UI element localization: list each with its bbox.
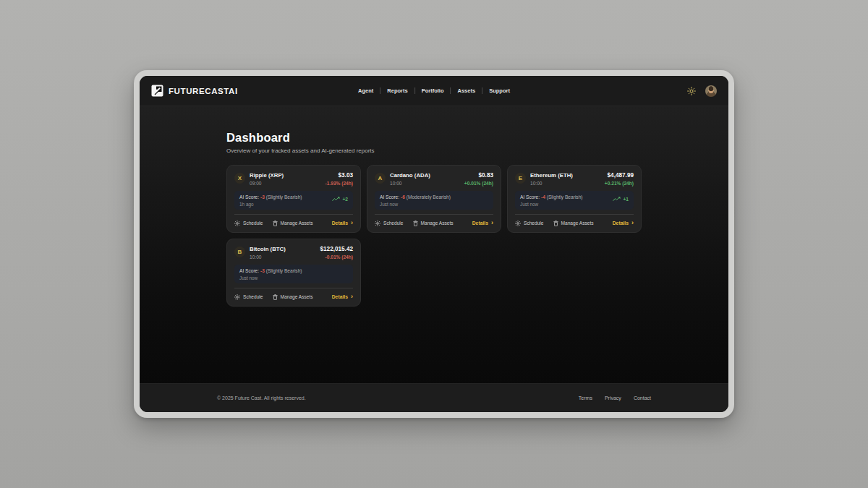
asset-time: 09:00 — [250, 181, 284, 186]
device-frame: FUTURECASTAI Agent Reports Portfolio Ass… — [134, 70, 734, 418]
asset-time: 10:00 — [530, 181, 573, 186]
asset-card-cardano[interactable]: A Cardano (ADA) 10:00 $0.83 +0.01% (24h) — [367, 165, 501, 233]
asset-card-bitcoin[interactable]: B Bitcoin (BTC) 10:00 $122,015.42 -0.01%… — [226, 239, 361, 307]
page-subtitle: Overview of your tracked assets and AI-g… — [226, 147, 642, 154]
details-button[interactable]: Details › — [472, 220, 493, 226]
card-header: X Ripple (XRP) 09:00 $3.03 -1.93% (24h) — [234, 172, 353, 186]
manage-assets-button[interactable]: Manage Assets — [273, 294, 313, 300]
nav-item-support[interactable]: Support — [489, 87, 510, 94]
ai-score-timestamp: Just now — [520, 202, 583, 207]
ai-score-prefix: AI Score: — [380, 194, 399, 200]
ai-score-label: (Slightly Bearish) — [266, 268, 302, 273]
asset-price: $3.03 — [326, 172, 353, 179]
card-header: B Bitcoin (BTC) 10:00 $122,015.42 -0.01%… — [234, 246, 353, 260]
manage-assets-label: Manage Assets — [281, 294, 313, 299]
main-content: Dashboard Overview of your tracked asset… — [140, 106, 728, 383]
chevron-right-icon: › — [351, 220, 353, 226]
chevron-right-icon: › — [351, 294, 353, 300]
asset-change: -0.01% (24h) — [320, 254, 353, 260]
asset-change: +0.01% (24h) — [464, 181, 493, 186]
gear-icon — [234, 294, 240, 300]
chevron-right-icon: › — [491, 220, 493, 226]
schedule-button[interactable]: Schedule — [234, 221, 263, 226]
ai-score-timestamp: Just now — [239, 275, 302, 281]
coin-icon: A — [375, 173, 386, 184]
nav-item-agent[interactable]: Agent — [358, 87, 373, 94]
top-navbar: FUTURECASTAI Agent Reports Portfolio Ass… — [140, 76, 728, 106]
trash-icon — [553, 221, 558, 226]
ai-score-timestamp: Just now — [380, 202, 451, 207]
coin-icon: B — [234, 247, 245, 257]
ai-score-panel: AI Score: -4 (Slightly Bearish) Just now — [515, 191, 634, 210]
trash-icon — [273, 294, 278, 300]
footer-link-privacy[interactable]: Privacy — [605, 395, 621, 401]
asset-price: $0.83 — [464, 172, 493, 179]
asset-name: Bitcoin (BTC) — [250, 246, 286, 253]
theme-toggle-sun-icon[interactable] — [687, 87, 696, 95]
ai-score-value: -3 — [260, 194, 265, 200]
trending-up-icon — [332, 197, 340, 202]
schedule-label: Schedule — [383, 221, 404, 226]
ai-score-value: -4 — [541, 194, 545, 200]
asset-change: -1.93% (24h) — [326, 181, 353, 186]
gear-icon — [515, 221, 521, 226]
footer-link-contact[interactable]: Contact — [634, 395, 651, 401]
schedule-button[interactable]: Schedule — [515, 221, 544, 226]
manage-assets-button[interactable]: Manage Assets — [273, 221, 313, 226]
nav-item-portfolio[interactable]: Portfolio — [422, 87, 444, 94]
schedule-label: Schedule — [243, 294, 263, 299]
ai-score-panel: AI Score: -6 (Moderately Bearish) Just n… — [375, 191, 493, 210]
card-header: A Cardano (ADA) 10:00 $0.83 +0.01% (24h) — [375, 172, 493, 186]
manage-assets-label: Manage Assets — [421, 221, 454, 226]
ai-score-timestamp: 1h ago — [239, 202, 302, 207]
schedule-button[interactable]: Schedule — [234, 294, 263, 300]
ai-score-prefix: AI Score: — [520, 194, 540, 200]
brand-name: FUTURECASTAI — [169, 87, 238, 95]
details-label: Details — [613, 221, 629, 226]
card-actions: Schedule Manage Assets — [234, 288, 353, 300]
coin-icon: E — [515, 173, 526, 184]
trending-up-icon — [613, 197, 621, 202]
details-label: Details — [332, 294, 348, 299]
asset-price: $4,487.99 — [605, 172, 634, 179]
gear-icon — [234, 221, 240, 226]
ai-score-label: (Slightly Bearish) — [547, 194, 583, 200]
nav-divider — [380, 87, 380, 94]
asset-name: Ethereum (ETH) — [530, 172, 573, 179]
ai-score-panel: AI Score: -3 (Slightly Bearish) Just now — [234, 265, 353, 283]
asset-card-ethereum[interactable]: E Ethereum (ETH) 10:00 $4,487.99 +0.21% … — [507, 165, 642, 233]
ai-score-label: (Moderately Bearish) — [407, 194, 451, 200]
ai-score-value: -6 — [401, 194, 405, 200]
chevron-right-icon: › — [631, 220, 634, 226]
nav-item-reports[interactable]: Reports — [387, 87, 407, 94]
coin-icon: X — [234, 173, 245, 184]
details-button[interactable]: Details › — [332, 294, 353, 300]
asset-card-ripple[interactable]: X Ripple (XRP) 09:00 $3.03 -1.93% (24h) — [226, 165, 361, 233]
card-actions: Schedule Manage Assets — [375, 214, 493, 226]
details-label: Details — [472, 221, 488, 226]
trend-value: +2 — [342, 197, 348, 202]
gear-icon — [375, 221, 380, 226]
manage-assets-button[interactable]: Manage Assets — [413, 221, 454, 226]
manage-assets-label: Manage Assets — [281, 221, 313, 226]
schedule-button[interactable]: Schedule — [375, 221, 404, 226]
brand[interactable]: FUTURECASTAI — [151, 85, 238, 97]
ai-score-prefix: AI Score: — [239, 268, 259, 273]
footer-link-terms[interactable]: Terms — [579, 395, 592, 401]
brand-logo-icon — [151, 85, 163, 97]
nav-item-assets[interactable]: Assets — [458, 87, 476, 94]
user-avatar[interactable] — [705, 85, 717, 97]
copyright-text: © 2025 Future Cast. All rights reserved. — [217, 395, 306, 401]
manage-assets-button[interactable]: Manage Assets — [553, 221, 594, 226]
card-actions: Schedule Manage Assets — [234, 214, 353, 226]
asset-price: $122,015.42 — [320, 246, 353, 253]
nav-divider — [414, 87, 415, 94]
app-window: FUTURECASTAI Agent Reports Portfolio Ass… — [140, 76, 728, 412]
asset-time: 10:00 — [390, 181, 430, 186]
details-button[interactable]: Details › — [332, 220, 353, 226]
trend-badge: +1 — [613, 197, 629, 202]
asset-name: Ripple (XRP) — [250, 172, 284, 179]
asset-time: 10:00 — [250, 254, 286, 260]
details-button[interactable]: Details › — [613, 220, 634, 226]
schedule-label: Schedule — [243, 221, 263, 226]
